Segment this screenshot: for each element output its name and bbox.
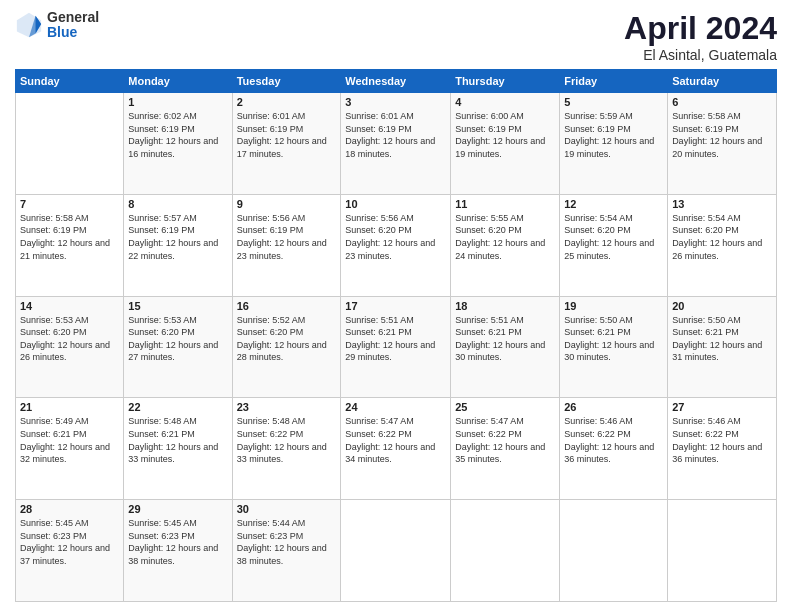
header: General Blue April 2024 El Asintal, Guat… [15, 10, 777, 63]
day-number: 23 [237, 401, 337, 413]
calendar-cell [341, 500, 451, 602]
day-detail: Sunrise: 6:01 AMSunset: 6:19 PMDaylight:… [237, 111, 327, 159]
day-number: 7 [20, 198, 119, 210]
title-area: April 2024 El Asintal, Guatemala [624, 10, 777, 63]
calendar-cell: 17 Sunrise: 5:51 AMSunset: 6:21 PMDaylig… [341, 296, 451, 398]
day-detail: Sunrise: 5:47 AMSunset: 6:22 PMDaylight:… [455, 416, 545, 464]
day-detail: Sunrise: 5:52 AMSunset: 6:20 PMDaylight:… [237, 315, 327, 363]
header-friday: Friday [560, 70, 668, 93]
day-number: 16 [237, 300, 337, 312]
logo-icon [15, 11, 43, 39]
calendar-cell: 7 Sunrise: 5:58 AMSunset: 6:19 PMDayligh… [16, 194, 124, 296]
calendar-cell [560, 500, 668, 602]
calendar-cell: 26 Sunrise: 5:46 AMSunset: 6:22 PMDaylig… [560, 398, 668, 500]
day-detail: Sunrise: 6:02 AMSunset: 6:19 PMDaylight:… [128, 111, 218, 159]
day-detail: Sunrise: 5:50 AMSunset: 6:21 PMDaylight:… [672, 315, 762, 363]
header-thursday: Thursday [451, 70, 560, 93]
calendar-cell: 3 Sunrise: 6:01 AMSunset: 6:19 PMDayligh… [341, 93, 451, 195]
calendar-cell: 25 Sunrise: 5:47 AMSunset: 6:22 PMDaylig… [451, 398, 560, 500]
calendar-cell: 12 Sunrise: 5:54 AMSunset: 6:20 PMDaylig… [560, 194, 668, 296]
day-detail: Sunrise: 5:53 AMSunset: 6:20 PMDaylight:… [20, 315, 110, 363]
calendar-cell: 27 Sunrise: 5:46 AMSunset: 6:22 PMDaylig… [668, 398, 777, 500]
day-number: 14 [20, 300, 119, 312]
calendar-cell: 2 Sunrise: 6:01 AMSunset: 6:19 PMDayligh… [232, 93, 341, 195]
calendar-cell: 28 Sunrise: 5:45 AMSunset: 6:23 PMDaylig… [16, 500, 124, 602]
day-detail: Sunrise: 5:54 AMSunset: 6:20 PMDaylight:… [672, 213, 762, 261]
day-number: 10 [345, 198, 446, 210]
day-number: 20 [672, 300, 772, 312]
weekday-header-row: Sunday Monday Tuesday Wednesday Thursday… [16, 70, 777, 93]
calendar-cell [16, 93, 124, 195]
day-number: 22 [128, 401, 227, 413]
day-number: 26 [564, 401, 663, 413]
calendar-week-1: 7 Sunrise: 5:58 AMSunset: 6:19 PMDayligh… [16, 194, 777, 296]
day-detail: Sunrise: 5:48 AMSunset: 6:22 PMDaylight:… [237, 416, 327, 464]
day-detail: Sunrise: 5:51 AMSunset: 6:21 PMDaylight:… [455, 315, 545, 363]
header-monday: Monday [124, 70, 232, 93]
day-detail: Sunrise: 5:45 AMSunset: 6:23 PMDaylight:… [20, 518, 110, 566]
day-detail: Sunrise: 5:47 AMSunset: 6:22 PMDaylight:… [345, 416, 435, 464]
day-detail: Sunrise: 5:45 AMSunset: 6:23 PMDaylight:… [128, 518, 218, 566]
header-sunday: Sunday [16, 70, 124, 93]
calendar-cell: 29 Sunrise: 5:45 AMSunset: 6:23 PMDaylig… [124, 500, 232, 602]
calendar-week-3: 21 Sunrise: 5:49 AMSunset: 6:21 PMDaylig… [16, 398, 777, 500]
calendar-cell: 18 Sunrise: 5:51 AMSunset: 6:21 PMDaylig… [451, 296, 560, 398]
calendar-cell: 30 Sunrise: 5:44 AMSunset: 6:23 PMDaylig… [232, 500, 341, 602]
day-number: 3 [345, 96, 446, 108]
day-number: 15 [128, 300, 227, 312]
calendar-cell: 19 Sunrise: 5:50 AMSunset: 6:21 PMDaylig… [560, 296, 668, 398]
day-detail: Sunrise: 5:46 AMSunset: 6:22 PMDaylight:… [672, 416, 762, 464]
day-number: 18 [455, 300, 555, 312]
calendar-week-4: 28 Sunrise: 5:45 AMSunset: 6:23 PMDaylig… [16, 500, 777, 602]
day-number: 12 [564, 198, 663, 210]
day-number: 21 [20, 401, 119, 413]
day-number: 11 [455, 198, 555, 210]
day-detail: Sunrise: 5:55 AMSunset: 6:20 PMDaylight:… [455, 213, 545, 261]
day-detail: Sunrise: 5:49 AMSunset: 6:21 PMDaylight:… [20, 416, 110, 464]
calendar-location: El Asintal, Guatemala [624, 47, 777, 63]
calendar-cell: 5 Sunrise: 5:59 AMSunset: 6:19 PMDayligh… [560, 93, 668, 195]
day-detail: Sunrise: 5:58 AMSunset: 6:19 PMDaylight:… [20, 213, 110, 261]
calendar-cell: 16 Sunrise: 5:52 AMSunset: 6:20 PMDaylig… [232, 296, 341, 398]
day-number: 2 [237, 96, 337, 108]
calendar-cell: 4 Sunrise: 6:00 AMSunset: 6:19 PMDayligh… [451, 93, 560, 195]
calendar-week-2: 14 Sunrise: 5:53 AMSunset: 6:20 PMDaylig… [16, 296, 777, 398]
day-detail: Sunrise: 5:51 AMSunset: 6:21 PMDaylight:… [345, 315, 435, 363]
header-saturday: Saturday [668, 70, 777, 93]
day-number: 29 [128, 503, 227, 515]
calendar-cell: 1 Sunrise: 6:02 AMSunset: 6:19 PMDayligh… [124, 93, 232, 195]
day-detail: Sunrise: 6:01 AMSunset: 6:19 PMDaylight:… [345, 111, 435, 159]
calendar-cell: 23 Sunrise: 5:48 AMSunset: 6:22 PMDaylig… [232, 398, 341, 500]
logo-text: General Blue [47, 10, 99, 41]
calendar-title: April 2024 [624, 10, 777, 47]
calendar-cell [668, 500, 777, 602]
day-detail: Sunrise: 5:58 AMSunset: 6:19 PMDaylight:… [672, 111, 762, 159]
logo: General Blue [15, 10, 99, 41]
day-number: 19 [564, 300, 663, 312]
day-detail: Sunrise: 5:48 AMSunset: 6:21 PMDaylight:… [128, 416, 218, 464]
calendar-cell: 20 Sunrise: 5:50 AMSunset: 6:21 PMDaylig… [668, 296, 777, 398]
day-detail: Sunrise: 5:44 AMSunset: 6:23 PMDaylight:… [237, 518, 327, 566]
day-number: 4 [455, 96, 555, 108]
calendar-cell: 22 Sunrise: 5:48 AMSunset: 6:21 PMDaylig… [124, 398, 232, 500]
day-detail: Sunrise: 5:54 AMSunset: 6:20 PMDaylight:… [564, 213, 654, 261]
day-number: 25 [455, 401, 555, 413]
day-detail: Sunrise: 6:00 AMSunset: 6:19 PMDaylight:… [455, 111, 545, 159]
logo-general: General [47, 10, 99, 25]
header-wednesday: Wednesday [341, 70, 451, 93]
calendar-cell: 24 Sunrise: 5:47 AMSunset: 6:22 PMDaylig… [341, 398, 451, 500]
calendar-cell: 6 Sunrise: 5:58 AMSunset: 6:19 PMDayligh… [668, 93, 777, 195]
day-number: 13 [672, 198, 772, 210]
day-detail: Sunrise: 5:56 AMSunset: 6:19 PMDaylight:… [237, 213, 327, 261]
calendar-cell: 10 Sunrise: 5:56 AMSunset: 6:20 PMDaylig… [341, 194, 451, 296]
calendar-cell: 8 Sunrise: 5:57 AMSunset: 6:19 PMDayligh… [124, 194, 232, 296]
calendar-cell: 9 Sunrise: 5:56 AMSunset: 6:19 PMDayligh… [232, 194, 341, 296]
calendar-week-0: 1 Sunrise: 6:02 AMSunset: 6:19 PMDayligh… [16, 93, 777, 195]
day-detail: Sunrise: 5:53 AMSunset: 6:20 PMDaylight:… [128, 315, 218, 363]
header-tuesday: Tuesday [232, 70, 341, 93]
day-number: 5 [564, 96, 663, 108]
day-number: 27 [672, 401, 772, 413]
page: General Blue April 2024 El Asintal, Guat… [0, 0, 792, 612]
day-number: 28 [20, 503, 119, 515]
day-number: 6 [672, 96, 772, 108]
